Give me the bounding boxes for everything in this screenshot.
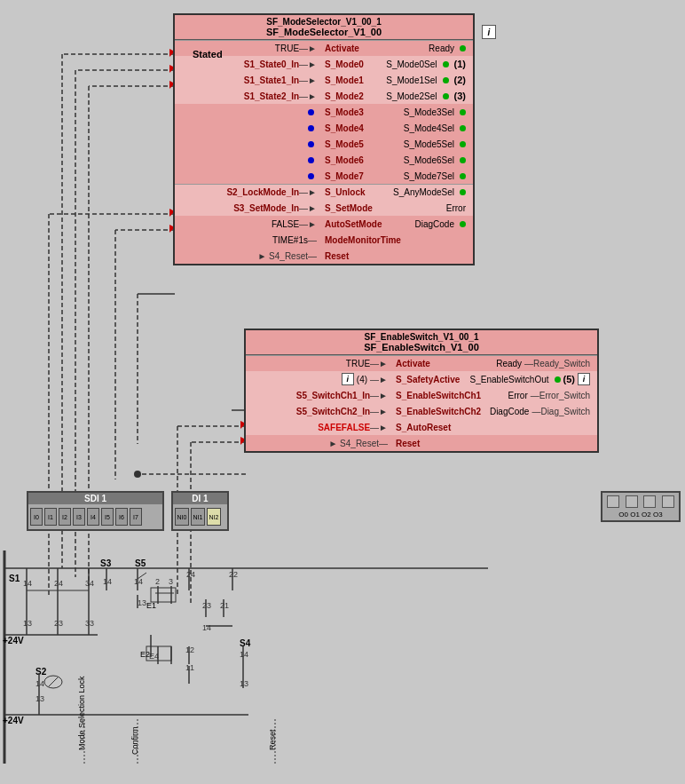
es-input-safefalse: SAFEFALSE —► xyxy=(246,423,392,432)
es-input-safety: i (4) —► xyxy=(246,373,392,385)
svg-text:S3: S3 xyxy=(100,558,112,568)
mode7-input-dot xyxy=(308,173,314,179)
mode0sel-dot xyxy=(443,61,449,67)
svg-text:14: 14 xyxy=(103,577,112,586)
port-monitor: ModeMonitorTime xyxy=(321,235,473,245)
out-sq-0 xyxy=(607,495,619,508)
reset-label: Reset xyxy=(268,729,277,750)
svg-text:14: 14 xyxy=(23,579,32,588)
out-sq-3 xyxy=(662,495,674,508)
block-row-mode7: S_Mode7 S_Mode7Sel xyxy=(175,168,473,184)
port-mode4: S_Mode4 S_Mode4Sel xyxy=(321,123,473,133)
es-port-activate: Activate Ready —Ready_Switch xyxy=(392,359,597,368)
es-input-reset: ► S4_Reset — xyxy=(246,439,392,448)
port-mode0: S_Mode0 S_Mode0Sel (1) xyxy=(321,59,473,69)
port-setmode: S_SetMode Error xyxy=(321,203,473,213)
enable-switch-title-top: SF_EnableSwitch_V1_00_1 xyxy=(246,332,597,342)
svg-text:24: 24 xyxy=(54,579,63,588)
es-port-reset: Reset xyxy=(392,439,597,448)
mode6sel-dot xyxy=(460,157,466,163)
mode7sel-dot xyxy=(460,173,466,179)
enable-switch-block: SF_EnableSwitch_V1_00_1 SF_EnableSwitch_… xyxy=(244,329,599,453)
input-mode6-dot xyxy=(175,157,321,163)
es-port-safety: S_SafetyActive S_EnableSwitchOut (5) i xyxy=(392,373,597,385)
mode5sel-dot xyxy=(460,141,466,147)
es-row-activate: TRUE —► Activate Ready —Ready_Switch xyxy=(246,355,597,371)
sdi-label: SDI 1 xyxy=(28,493,162,504)
svg-text:3: 3 xyxy=(169,577,173,586)
mode-selector-title-main: SF_ModeSelector_V1_00 xyxy=(175,27,473,37)
block-row-reset-top: ► S4_Reset — Reset xyxy=(175,248,473,264)
block-row-mode2: S1_State2_In —► S_Mode2 S_Mode2Sel (3) xyxy=(175,88,473,104)
sdi-port-i1: I1 xyxy=(44,508,57,526)
svg-text:14: 14 xyxy=(202,623,211,632)
svg-text:13: 13 xyxy=(138,598,146,607)
block-row-mode6: S_Mode6 S_Mode6Sel xyxy=(175,152,473,168)
mode4-input-dot xyxy=(308,125,314,131)
port-mode7: S_Mode7 S_Mode7Sel xyxy=(321,171,473,181)
mode2sel-dot xyxy=(443,93,449,99)
es-input-true: TRUE —► xyxy=(246,359,392,368)
mode5-input-dot xyxy=(308,141,314,147)
block-row-mode5: S_Mode5 S_Mode5Sel xyxy=(175,136,473,152)
enable-switch-title-area: SF_EnableSwitch_V1_00_1 SF_EnableSwitch_… xyxy=(246,330,597,355)
info-icon-5[interactable]: i xyxy=(578,373,590,385)
input-false-autoset: FALSE —► xyxy=(175,219,321,229)
block-row-mode1: S1_State1_In —► S_Mode1 S_Mode1Sel (2) xyxy=(175,72,473,88)
di-ports-row: NI0 NI1 NI2 xyxy=(173,504,227,529)
di-label: DI 1 xyxy=(173,493,227,504)
port-mode5: S_Mode5 S_Mode5Sel xyxy=(321,139,473,149)
svg-text:14: 14 xyxy=(35,679,44,688)
port-autoset: AutoSetMode DiagCode xyxy=(321,219,473,229)
di-module: DI 1 NI0 NI1 NI2 xyxy=(171,491,229,531)
info-icon-safety[interactable]: i xyxy=(342,373,354,385)
port-mode1: S_Mode1 S_Mode1Sel (2) xyxy=(321,75,473,85)
out-sq-1 xyxy=(626,495,638,508)
block-row-mode4: S_Mode4 S_Mode4Sel xyxy=(175,120,473,136)
port-activate-ready: Activate Ready xyxy=(321,44,473,53)
sdi-port-i0: I0 xyxy=(30,508,43,526)
svg-text:14: 14 xyxy=(240,650,248,659)
anymode-dot xyxy=(460,189,466,195)
output-module: O0 O1 O2 O3 xyxy=(601,491,681,522)
output-port-labels: O0 O1 O2 O3 xyxy=(602,511,679,520)
svg-text:S5: S5 xyxy=(135,558,146,568)
es-row-ch1: S5_SwitchCh1_In —► S_EnableSwitchCh1 Err… xyxy=(246,387,597,403)
diagcode-dot xyxy=(460,221,466,227)
input-mode4-dot xyxy=(175,125,321,131)
svg-text:13: 13 xyxy=(240,679,248,688)
input-lockmode: S2_LockMode_In —► xyxy=(175,187,321,197)
svg-text:S2: S2 xyxy=(35,667,47,677)
sdi-port-i5: I5 xyxy=(101,508,114,526)
svg-text:21: 21 xyxy=(220,601,229,610)
es-row-ch2: S5_SwitchCh2_In —► S_EnableSwitchCh2 Dia… xyxy=(246,403,597,419)
sdi-port-i3: I3 xyxy=(73,508,85,526)
input-mode3-dot xyxy=(175,109,321,115)
es-port-autoreset: S_AutoReset xyxy=(392,423,597,432)
out-sq-2 xyxy=(643,495,656,508)
svg-text:13: 13 xyxy=(35,694,44,703)
svg-text:23: 23 xyxy=(54,619,63,628)
ladder-diagram: S1 14 24 34 13 23 33 +24V 14 S3 S5 14 xyxy=(0,542,532,772)
sdi-port-i7: I7 xyxy=(130,508,142,526)
output-ports-row xyxy=(602,493,679,511)
sdi-port-i6: I6 xyxy=(115,508,128,526)
es-port-ch1: S_EnableSwitchCh1 Error —Error_Switch xyxy=(392,391,597,400)
svg-text:+24V: +24V xyxy=(3,636,24,645)
info-icon-mode-selector[interactable]: i xyxy=(482,25,496,39)
input-s4reset-top: ► S4_Reset — xyxy=(175,251,321,261)
mode-selection-lock-label: Mode Selection Lock xyxy=(77,676,86,750)
input-state1: S1_State1_In —► xyxy=(175,75,321,85)
input-setmode: S3_SetMode_In —► xyxy=(175,203,321,213)
svg-text:S4: S4 xyxy=(240,638,251,648)
svg-rect-63 xyxy=(151,588,176,602)
svg-text:12: 12 xyxy=(185,645,194,654)
sdi-port-i4: I4 xyxy=(87,508,99,526)
port-mode6: S_Mode6 S_Mode6Sel xyxy=(321,155,473,165)
input-mode7-dot xyxy=(175,173,321,179)
di-port-ni2: NI2 xyxy=(207,508,221,526)
mode-selector-title-area: SF_ModeSelector_V1_00_1 SF_ModeSelector_… xyxy=(175,15,473,40)
ready-dot xyxy=(460,45,466,51)
port-mode2: S_Mode2 S_Mode2Sel (3) xyxy=(321,91,473,101)
svg-point-18 xyxy=(134,471,141,478)
